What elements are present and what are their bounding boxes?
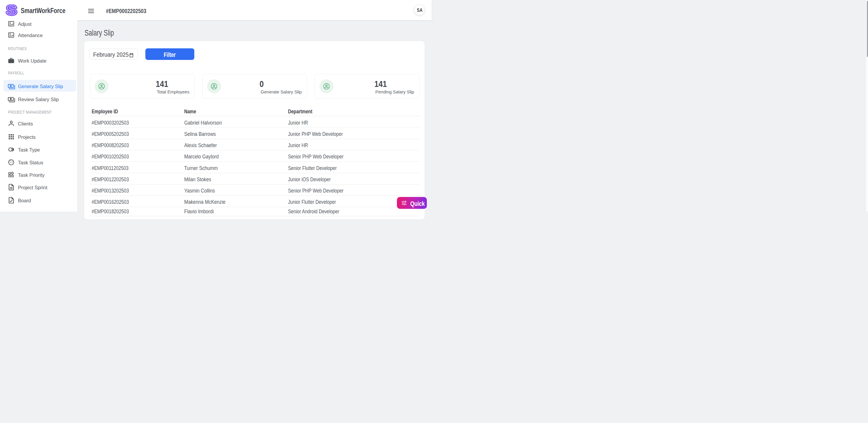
svg-text:S: S bbox=[6, 4, 17, 16]
